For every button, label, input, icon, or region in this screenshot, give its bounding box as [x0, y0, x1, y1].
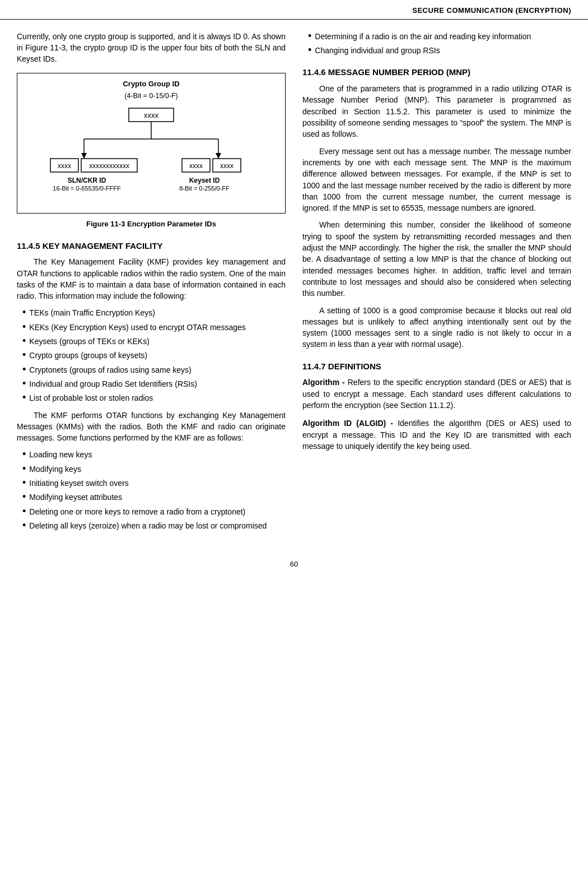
bullet-crypto-groups-text: Crypto groups (groups of keysets): [29, 350, 147, 361]
section-11-4-5-heading: 11.4.5 KEY MANAGEMENT FACILITY: [17, 240, 286, 252]
section-11-4-6-heading: 11.4.6 MESSAGE NUMBER PERIOD (MNP): [302, 66, 571, 78]
bullet-keyset-attrib-text: Modifying keyset attributes: [29, 492, 122, 503]
bullet-dot: •: [22, 364, 26, 376]
kmf-bullets-1: • TEKs (main Traffic Encryption Keys) • …: [17, 307, 286, 404]
def-algid: Algorithm ID (ALGID) - Identifies the al…: [302, 418, 571, 452]
bullet-delete-keys-text: Deleting one or more keys to remove a ra…: [29, 506, 245, 517]
bullet-zeroize-text: Deleting all keys (zeroize) when a radio…: [29, 520, 267, 531]
bullet-modifying-keys-text: Modifying keys: [29, 464, 81, 475]
mnp-para4: A setting of 1000 is a good compromise b…: [302, 305, 571, 350]
def-algorithm-term: Algorithm -: [302, 378, 345, 387]
bullet-dot: •: [22, 478, 26, 489]
bullet-dot: •: [22, 492, 26, 503]
mnp-para2: Every message sent out has a message num…: [302, 146, 571, 214]
svg-text:Keyset ID: Keyset ID: [189, 177, 220, 184]
section-11-4-7-heading: 11.4.7 DEFINITIONS: [302, 360, 571, 373]
bullet-changing-rsis-text: Changing individual and group RSIs: [315, 45, 440, 56]
bullet-cryptonets-text: Cryptonets (groups of radios using same …: [29, 364, 191, 376]
bullet-rsis-text: Individual and group Radio Set Identifie…: [29, 378, 197, 390]
bullet-keks-text: KEKs (Key Encryption Keys) used to encry…: [29, 322, 245, 333]
bullet-rsis: • Individual and group Radio Set Identif…: [22, 378, 286, 390]
intro-paragraph: Currently, only one crypto group is supp…: [17, 31, 286, 65]
svg-text:xxxx: xxxx: [58, 162, 71, 170]
bullet-dot: •: [22, 392, 26, 404]
bullet-dot: •: [22, 449, 26, 460]
crypto-diagram-svg: xxxx xxxx: [39, 105, 263, 206]
header-title: SECURE COMMUNICATION (ENCRYPTION): [412, 6, 571, 15]
bullet-changing-rsis: • Changing individual and group RSIs: [308, 45, 571, 56]
svg-text:xxxx: xxxx: [220, 162, 234, 170]
bullet-loading-keys-text: Loading new keys: [29, 449, 92, 460]
bullet-dot: •: [308, 45, 311, 56]
left-column: Currently, only one crypto group is supp…: [17, 31, 286, 537]
bullet-lost-radios: • List of probable lost or stolen radios: [22, 392, 286, 404]
crypto-diagram: Crypto Group ID (4-Bit = 0-15/0-F) xxxx: [17, 73, 286, 214]
bullet-teks-text: TEKs (main Traffic Encryption Keys): [29, 307, 155, 318]
mnp-para1: One of the parameters that is programmed…: [302, 83, 571, 140]
kmf-bullets-2: • Loading new keys • Modifying keys • In…: [17, 449, 286, 531]
bullet-determining-radio-text: Determining if a radio is on the air and…: [315, 31, 531, 42]
bullet-dot: •: [22, 378, 26, 390]
bullet-modifying-keys: • Modifying keys: [22, 464, 286, 475]
bullet-keysets: • Keysets (groups of TEKs or KEKs): [22, 336, 286, 347]
section-11-4-5-para2: The KMF performs OTAR functions by excha…: [17, 410, 286, 444]
diagram-subtitle: (4-Bit = 0-15/0-F): [22, 91, 281, 101]
bullet-dot: •: [22, 322, 26, 333]
svg-text:xxxx: xxxx: [189, 162, 203, 170]
bullet-keyset-switch: • Initiating keyset switch overs: [22, 478, 286, 489]
svg-text:xxxx: xxxx: [144, 111, 159, 119]
bullet-dot: •: [22, 307, 26, 318]
right-col-top-bullets: • Determining if a radio is on the air a…: [302, 31, 571, 57]
svg-text:SLN/CKR ID: SLN/CKR ID: [68, 177, 106, 184]
bullet-dot: •: [22, 506, 26, 517]
crypto-svg: xxxx xxxx: [22, 105, 281, 206]
bullet-keyset-switch-text: Initiating keyset switch overs: [29, 478, 128, 489]
def-algid-term: Algorithm ID (ALGID) -: [302, 419, 393, 428]
bullet-keks: • KEKs (Key Encryption Keys) used to enc…: [22, 322, 286, 333]
bullet-lost-radios-text: List of probable lost or stolen radios: [29, 392, 153, 404]
bullet-dot: •: [22, 336, 26, 347]
bullet-dot: •: [22, 464, 26, 475]
figure-caption: Figure 11-3 Encryption Parameter IDs: [17, 219, 286, 230]
bullet-delete-keys: • Deleting one or more keys to remove a …: [22, 506, 286, 517]
bullet-determining-radio: • Determining if a radio is on the air a…: [308, 31, 571, 42]
svg-marker-7: [216, 153, 221, 159]
bullet-keyset-attrib: • Modifying keyset attributes: [22, 492, 286, 503]
page-number: 60: [0, 559, 588, 576]
svg-marker-5: [81, 153, 87, 159]
svg-text:8-Bit = 0-255/0-FF: 8-Bit = 0-255/0-FF: [179, 185, 230, 192]
bullet-keysets-text: Keysets (groups of TEKs or KEKs): [29, 336, 150, 347]
bullet-crypto-groups: • Crypto groups (groups of keysets): [22, 350, 286, 361]
bullet-teks: • TEKs (main Traffic Encryption Keys): [22, 307, 286, 318]
bullet-dot: •: [308, 31, 311, 42]
mnp-para3: When determining this number, consider t…: [302, 219, 571, 299]
bullet-loading-keys: • Loading new keys: [22, 449, 286, 460]
diagram-title: Crypto Group ID: [22, 79, 281, 90]
svg-text:xxxxxxxxxxxx: xxxxxxxxxxxx: [89, 162, 129, 170]
def-algorithm: Algorithm - Refers to the specific encry…: [302, 377, 571, 411]
right-column: • Determining if a radio is on the air a…: [302, 31, 571, 537]
bullet-dot: •: [22, 520, 26, 531]
page-header: SECURE COMMUNICATION (ENCRYPTION): [0, 0, 588, 20]
bullet-dot: •: [22, 350, 26, 361]
page-content: Currently, only one crypto group is supp…: [0, 20, 588, 548]
section-11-4-5-para1: The Key Management Facility (KMF) provid…: [17, 256, 286, 302]
bullet-cryptonets: • Cryptonets (groups of radios using sam…: [22, 364, 286, 376]
bullet-zeroize: • Deleting all keys (zeroize) when a rad…: [22, 520, 286, 531]
svg-text:16-Bit = 0-65535/0-FFFF: 16-Bit = 0-65535/0-FFFF: [53, 185, 121, 192]
